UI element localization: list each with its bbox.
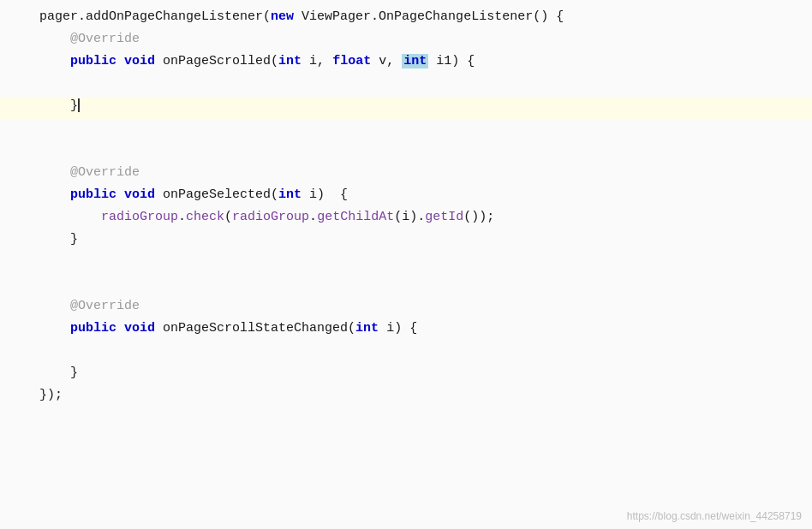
token-plain: } bbox=[9, 98, 78, 113]
token-plain: onPageScrollStateChanged( bbox=[155, 321, 355, 336]
token-plain: onPageScrolled( bbox=[155, 54, 278, 68]
line-content: } bbox=[0, 232, 78, 247]
token-plain: } bbox=[9, 232, 78, 247]
line-content bbox=[0, 254, 70, 269]
line-content: public void onPageScrollStateChanged(int… bbox=[0, 321, 417, 336]
token-string-call: getId bbox=[425, 210, 463, 224]
token-plain: { bbox=[467, 54, 475, 68]
token-plain: ( bbox=[263, 9, 271, 24]
code-line: }); bbox=[0, 387, 812, 409]
token-plain bbox=[9, 76, 70, 91]
code-line: radioGroup.check(radioGroup.getChildAt(i… bbox=[0, 209, 812, 231]
token-plain: i) { bbox=[302, 187, 348, 202]
token-string-call: check bbox=[186, 210, 224, 224]
token-plain bbox=[116, 187, 124, 202]
token-plain bbox=[9, 187, 70, 202]
token-annotation: @Override bbox=[9, 165, 140, 180]
code-area: pager.addOnPageChangeListener(new ViewPa… bbox=[0, 0, 812, 418]
code-line bbox=[0, 253, 812, 276]
token-plain bbox=[9, 143, 70, 158]
code-line: } bbox=[0, 98, 812, 120]
token-plain: ViewPager.OnPageChangeListener() bbox=[294, 9, 556, 24]
code-editor: pager.addOnPageChangeListener(new ViewPa… bbox=[0, 0, 812, 529]
line-content: public void onPageSelected(int i) { bbox=[0, 187, 348, 202]
token-plain: { bbox=[556, 9, 564, 24]
token-string-call: radioGroup bbox=[232, 210, 309, 224]
token-plain: i) { bbox=[379, 321, 417, 336]
token-plain: } bbox=[9, 366, 78, 380]
token-plain bbox=[9, 254, 70, 269]
code-line: public void onPageScrollStateChanged(int… bbox=[0, 320, 812, 342]
token-plain: pager. bbox=[9, 9, 86, 24]
token-plain bbox=[9, 321, 70, 336]
token-kw: void bbox=[124, 54, 155, 68]
token-kw: void bbox=[124, 321, 155, 336]
line-content bbox=[0, 276, 70, 291]
watermark: https://blog.csdn.net/weixin_44258719 bbox=[627, 510, 802, 522]
line-content: }); bbox=[0, 388, 63, 402]
token-kw: public bbox=[70, 54, 116, 68]
token-kw2_highlight: int bbox=[402, 54, 428, 68]
line-content: radioGroup.check(radioGroup.getChildAt(i… bbox=[0, 210, 494, 224]
token-string-call: radioGroup bbox=[9, 210, 178, 224]
line-content: @Override bbox=[0, 165, 140, 180]
code-line bbox=[0, 342, 812, 365]
line-content: @Override bbox=[0, 32, 140, 46]
line-content bbox=[0, 121, 70, 135]
token-kw: new bbox=[271, 9, 294, 24]
token-plain: addOnPageChangeListener bbox=[86, 9, 263, 24]
code-line: @Override bbox=[0, 31, 812, 53]
token-kw: public bbox=[70, 187, 116, 202]
line-content bbox=[0, 143, 70, 158]
code-line: public void onPageSelected(int i) { bbox=[0, 187, 812, 209]
token-plain: . bbox=[178, 210, 186, 224]
token-plain: }); bbox=[9, 388, 63, 402]
token-annotation: @Override bbox=[9, 32, 140, 46]
token-plain: (i). bbox=[394, 210, 425, 224]
code-line bbox=[0, 75, 812, 98]
line-content: } bbox=[0, 366, 78, 380]
code-line bbox=[0, 276, 812, 298]
line-content: pager.addOnPageChangeListener(new ViewPa… bbox=[0, 9, 564, 24]
token-plain: onPageSelected( bbox=[155, 187, 278, 202]
token-plain: i, bbox=[302, 54, 332, 68]
token-plain bbox=[9, 343, 70, 358]
line-content bbox=[0, 343, 70, 358]
token-kw2: int bbox=[278, 187, 302, 202]
cursor bbox=[78, 98, 80, 112]
token-kw2: float bbox=[332, 54, 371, 68]
code-line: public void onPageScrolled(int i, float … bbox=[0, 53, 812, 75]
line-content: @Override bbox=[0, 299, 140, 313]
token-kw: public bbox=[70, 321, 116, 336]
token-plain: ()); bbox=[463, 210, 494, 224]
token-string-call: getChildAt bbox=[317, 210, 394, 224]
token-plain bbox=[9, 54, 70, 68]
code-line bbox=[0, 142, 812, 164]
token-plain: v, bbox=[371, 54, 402, 68]
token-annotation: @Override bbox=[9, 299, 140, 313]
code-line: pager.addOnPageChangeListener(new ViewPa… bbox=[0, 9, 812, 31]
token-plain bbox=[9, 121, 70, 135]
token-plain: ( bbox=[224, 210, 232, 224]
token-plain: i1) bbox=[428, 54, 467, 68]
token-kw2: int bbox=[355, 321, 379, 336]
token-plain bbox=[116, 54, 124, 68]
code-line: @Override bbox=[0, 164, 812, 187]
token-plain bbox=[9, 276, 70, 291]
token-kw: void bbox=[124, 187, 155, 202]
line-content: public void onPageScrolled(int i, float … bbox=[0, 54, 475, 68]
line-content: } bbox=[0, 98, 80, 113]
code-line bbox=[0, 120, 812, 142]
token-plain: . bbox=[309, 210, 317, 224]
code-line: @Override bbox=[0, 298, 812, 320]
code-line: } bbox=[0, 231, 812, 253]
line-content bbox=[0, 76, 70, 91]
token-kw2: int bbox=[278, 54, 302, 68]
token-plain bbox=[116, 321, 124, 336]
code-line: } bbox=[0, 365, 812, 387]
